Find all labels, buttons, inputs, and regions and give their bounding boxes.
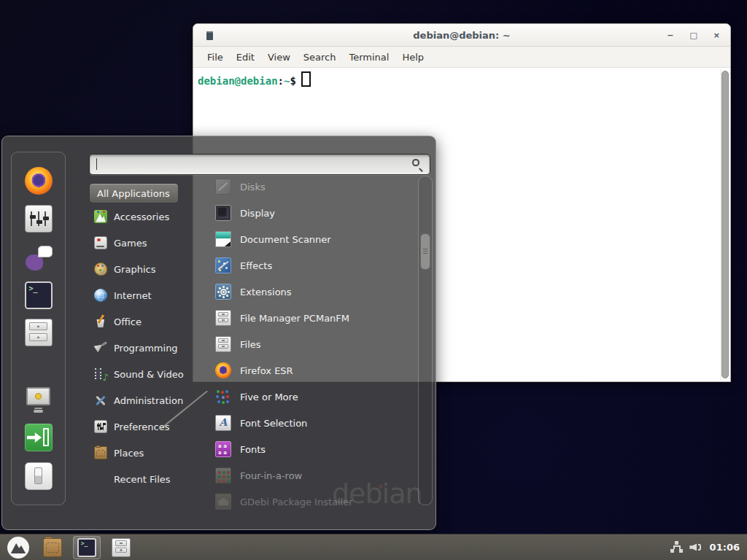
- favorite-terminal[interactable]: [25, 281, 53, 312]
- firefox-icon: [215, 362, 231, 378]
- office-icon: [94, 315, 107, 328]
- favorite-pidgin[interactable]: [25, 244, 53, 275]
- network-tray-icon[interactable]: [670, 541, 684, 554]
- folder-icon: [43, 538, 62, 557]
- games-icon: [94, 236, 107, 249]
- taskbar-tray: 01:06: [670, 541, 743, 554]
- application-item[interactable]: Firefox ESR: [209, 357, 415, 384]
- file-cabinet-icon: [215, 310, 231, 326]
- lock-screen-icon: [25, 386, 53, 413]
- category-item[interactable]: Internet: [89, 282, 198, 308]
- graphics-icon: [94, 262, 107, 276]
- window-title: debian@debian: ~: [193, 30, 730, 41]
- display-icon: [215, 205, 231, 221]
- pidgin-icon: [25, 244, 53, 272]
- terminal-scrollbar[interactable]: [720, 69, 729, 380]
- taskbar-launchers: [4, 534, 135, 560]
- all-applications-button[interactable]: All Applications: [89, 183, 179, 203]
- maximize-button[interactable]: □: [689, 31, 697, 39]
- application-item[interactable]: Effects: [209, 252, 415, 279]
- four-in-a-row-icon: [215, 467, 231, 483]
- lock-screen-button[interactable]: [25, 386, 53, 416]
- volume-tray-icon[interactable]: [689, 541, 703, 554]
- application-item[interactable]: Display: [209, 200, 415, 226]
- terminal-titlebar[interactable]: debian@debian: ~ − □ ×: [193, 24, 730, 47]
- category-item[interactable]: Programming: [89, 335, 198, 361]
- terminal-menu-item[interactable]: Help: [395, 49, 430, 66]
- menu-scrollbar-thumb[interactable]: [420, 233, 430, 270]
- folder-icon: [94, 446, 107, 459]
- log-out-button[interactable]: [25, 424, 53, 454]
- application-menu: All Applications Accessories Games Graph…: [1, 136, 436, 530]
- category-item[interactable]: Accessories: [89, 203, 198, 230]
- application-item[interactable]: Four-in-a-row: [209, 462, 415, 489]
- file-cabinet-icon: [215, 336, 231, 352]
- category-item[interactable]: Recent Files: [89, 466, 198, 492]
- terminal-menu-item[interactable]: Search: [297, 49, 343, 66]
- volume-icon: [689, 541, 703, 554]
- five-or-more-icon: [215, 389, 231, 405]
- preferences-icon: [94, 420, 107, 433]
- settings-panel-icon: [25, 205, 53, 233]
- shut-down-button[interactable]: [25, 462, 53, 493]
- application-item[interactable]: Five or More: [209, 384, 415, 410]
- file-cabinet-icon: [25, 319, 53, 346]
- programming-icon: [94, 341, 107, 354]
- favorite-files[interactable]: [25, 319, 53, 349]
- terminal-menu-item[interactable]: File: [201, 49, 230, 66]
- category-item[interactable]: Preferences: [89, 413, 198, 440]
- application-item[interactable]: Font Selection: [209, 410, 415, 436]
- terminal-scrollbar-thumb[interactable]: [721, 71, 729, 378]
- prompt-symbol: $: [290, 75, 295, 87]
- menu-button[interactable]: [4, 536, 32, 559]
- administration-icon: [94, 394, 107, 407]
- terminal-menu-item[interactable]: Edit: [230, 49, 261, 66]
- application-item[interactable]: Extensions: [209, 279, 415, 305]
- window-menu-icon[interactable]: [206, 31, 213, 40]
- extensions-icon: [215, 284, 231, 300]
- taskbar: 01:06: [0, 534, 747, 560]
- clock[interactable]: 01:06: [710, 542, 740, 553]
- category-item[interactable]: Sound & Video: [89, 361, 198, 387]
- firefox-icon: [25, 167, 53, 195]
- favorite-firefox[interactable]: [25, 167, 53, 198]
- application-item[interactable]: Document Scanner: [209, 226, 415, 252]
- category-item[interactable]: Graphics: [89, 256, 198, 282]
- sound-video-icon: [94, 368, 107, 381]
- menu-scrollbar[interactable]: [418, 176, 433, 505]
- category-item[interactable]: Places: [89, 440, 198, 466]
- menu-logo-icon: [7, 537, 29, 559]
- gdebi-icon: [215, 494, 231, 510]
- file-cabinet-icon: [112, 538, 131, 557]
- application-item[interactable]: GDebi Package Installer: [209, 489, 415, 515]
- search-box: [89, 154, 430, 175]
- files-window-button[interactable]: [107, 536, 135, 559]
- favorite-settings[interactable]: [25, 205, 53, 236]
- close-button[interactable]: ×: [713, 31, 720, 39]
- minimize-button[interactable]: −: [667, 31, 673, 39]
- application-item[interactable]: File Manager PCManFM: [209, 305, 415, 331]
- prompt-user-host: debian@debian: [198, 75, 278, 87]
- application-item[interactable]: Disks: [209, 174, 415, 200]
- terminal-window-button[interactable]: [73, 536, 101, 559]
- search-icon: [411, 158, 425, 171]
- terminal-menu-item[interactable]: Terminal: [342, 49, 395, 66]
- application-item[interactable]: Fonts: [209, 436, 415, 462]
- terminal-menubar: FileEditViewSearchTerminalHelp: [193, 47, 730, 68]
- application-item[interactable]: Files: [209, 331, 415, 357]
- file-manager-launcher[interactable]: [39, 536, 66, 559]
- category-item[interactable]: Office: [89, 308, 198, 335]
- search-input[interactable]: [90, 155, 430, 174]
- prompt-separator: :: [278, 75, 284, 87]
- category-item[interactable]: Games: [89, 230, 198, 256]
- terminal-icon: [25, 281, 53, 309]
- favorites-panel: [11, 152, 66, 505]
- terminal-cursor: [301, 71, 311, 87]
- fonts-icon: [215, 441, 231, 457]
- shut-down-icon: [25, 462, 53, 490]
- terminal-menu-item[interactable]: View: [261, 49, 297, 66]
- log-out-icon: [25, 424, 53, 451]
- all-applications-label: All Applications: [97, 188, 170, 199]
- effects-icon: [215, 257, 231, 273]
- terminal-icon: [77, 538, 96, 557]
